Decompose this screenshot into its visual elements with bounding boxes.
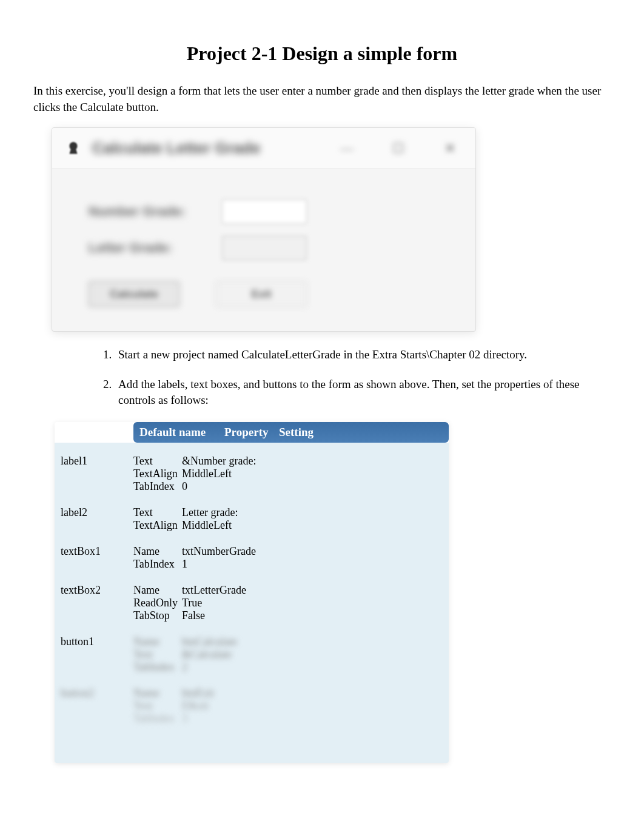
col-property: Name	[133, 635, 182, 648]
header-property: Property	[224, 426, 279, 439]
maximize-icon[interactable]: ☐	[386, 139, 411, 158]
form-preview: Calculate Letter Grade — ☐ ✕ Number Grad…	[52, 127, 611, 332]
properties-table: Default name Property Setting label1Text…	[55, 422, 449, 763]
col-setting: 0	[182, 480, 187, 493]
col-property: Text	[133, 455, 182, 468]
exit-button[interactable]: Exit	[216, 281, 307, 307]
prop-row: TabIndex3	[61, 713, 443, 725]
col-setting: False	[182, 609, 205, 622]
col-setting: True	[182, 597, 202, 609]
col-default-name: textBox1	[61, 545, 133, 558]
prop-row: Text&Calculate	[61, 648, 443, 661]
col-property: TabIndex	[133, 661, 182, 674]
prop-row: button2NamebtnExit	[61, 687, 443, 700]
col-property: Text	[133, 700, 182, 713]
prop-row: textBox1NametxtNumberGrade	[61, 545, 443, 558]
step-text: Start a new project named CalculateLette…	[118, 347, 611, 363]
step-item: 2.Add the labels, text boxes, and button…	[85, 377, 611, 409]
prop-row: TabIndex0	[61, 480, 443, 493]
step-text: Add the labels, text boxes, and buttons …	[118, 377, 611, 409]
col-setting: btnExit	[182, 687, 214, 700]
prop-group: button1NamebtnCalculateText&CalculateTab…	[61, 635, 443, 674]
prop-group: label1Text&Number grade:TextAlignMiddleL…	[61, 455, 443, 493]
col-property: TabIndex	[133, 480, 182, 493]
col-setting: MiddleLeft	[182, 468, 232, 480]
prop-group: textBox1NametxtNumberGradeTabIndex1	[61, 545, 443, 571]
col-property: TabStop	[133, 609, 182, 622]
col-property: ReadOnly	[133, 597, 182, 609]
prop-group: textBox2NametxtLetterGradeReadOnlyTrueTa…	[61, 584, 443, 622]
step-number: 2.	[85, 377, 118, 409]
col-default-name: label1	[61, 455, 133, 468]
col-property: Text	[133, 648, 182, 661]
prop-row: TextE&xit	[61, 700, 443, 713]
app-icon	[65, 141, 81, 156]
col-setting: &Number grade:	[182, 455, 256, 468]
intro-paragraph: In this exercise, you'll design a form t…	[33, 83, 611, 115]
col-setting: MiddleLeft	[182, 519, 232, 532]
close-icon[interactable]: ✕	[438, 139, 462, 158]
col-property: Name	[133, 545, 182, 558]
col-default-name: button1	[61, 635, 133, 648]
prop-row: TabStopFalse	[61, 609, 443, 622]
page-title: Project 2-1 Design a simple form	[33, 42, 611, 65]
col-default-name: textBox2	[61, 584, 133, 597]
col-setting: 1	[182, 558, 187, 571]
col-setting: txtNumberGrade	[182, 545, 256, 558]
prop-row: TabIndex1	[61, 558, 443, 571]
label-letter-grade: Letter Grade:	[89, 240, 222, 256]
letter-grade-input	[222, 236, 307, 260]
header-setting: Setting	[279, 426, 314, 439]
col-property: TextAlign	[133, 519, 182, 532]
col-property: Name	[133, 584, 182, 597]
prop-group: label2TextLetter grade:TextAlignMiddleLe…	[61, 506, 443, 532]
col-setting: E&xit	[182, 700, 209, 713]
prop-group: button2NamebtnExitTextE&xitTabIndex3	[61, 687, 443, 725]
col-property: Text	[133, 506, 182, 519]
col-setting: Letter grade:	[182, 506, 238, 519]
number-grade-input[interactable]	[222, 200, 307, 224]
header-default-name: Default name	[139, 426, 224, 439]
col-setting: txtLetterGrade	[182, 584, 246, 597]
prop-row: label1Text&Number grade:	[61, 455, 443, 468]
prop-row: label2TextLetter grade:	[61, 506, 443, 519]
step-item: 1.Start a new project named CalculateLet…	[85, 347, 611, 363]
prop-row: TextAlignMiddleLeft	[61, 468, 443, 480]
col-property: TextAlign	[133, 468, 182, 480]
col-setting: 3	[182, 713, 187, 725]
prop-row: TextAlignMiddleLeft	[61, 519, 443, 532]
calculate-button[interactable]: Calculate	[89, 281, 179, 307]
step-number: 1.	[85, 347, 118, 363]
minimize-icon[interactable]: —	[335, 139, 359, 158]
window-title: Calculate Letter Grade	[92, 139, 335, 158]
prop-row: textBox2NametxtLetterGrade	[61, 584, 443, 597]
col-default-name: button2	[61, 687, 133, 700]
prop-row: ReadOnlyTrue	[61, 597, 443, 609]
steps-list: 1.Start a new project named CalculateLet…	[85, 347, 611, 409]
col-property: TabIndex	[133, 713, 182, 725]
col-default-name: label2	[61, 506, 133, 519]
prop-row: TabIndex2	[61, 661, 443, 674]
col-property: Name	[133, 687, 182, 700]
col-setting: &Calculate	[182, 648, 232, 661]
label-number-grade: Number Grade:	[89, 204, 222, 220]
col-setting: 2	[182, 661, 187, 674]
window-titlebar: Calculate Letter Grade — ☐ ✕	[52, 128, 475, 169]
col-setting: btnCalculate	[182, 635, 237, 648]
col-property: TabIndex	[133, 558, 182, 571]
table-header: Default name Property Setting	[133, 422, 449, 443]
prop-row: button1NamebtnCalculate	[61, 635, 443, 648]
